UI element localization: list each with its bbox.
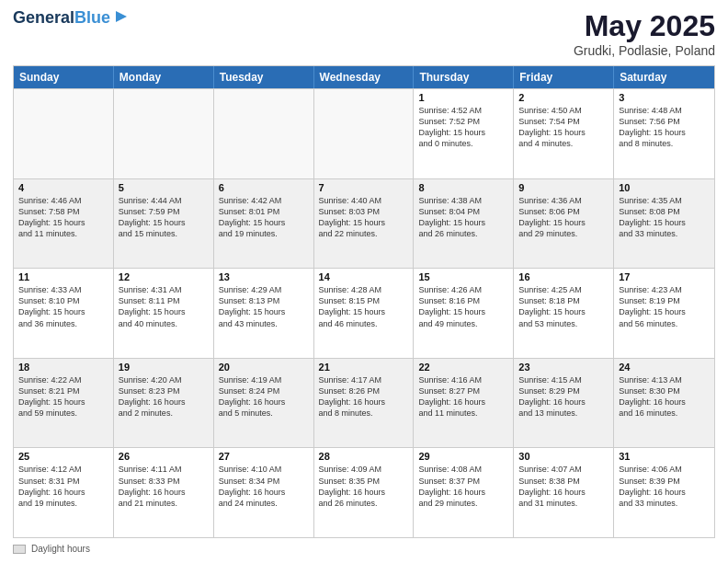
day-number: 19 [119,362,209,373]
calendar-row-4: 18Sunrise: 4:22 AM Sunset: 8:21 PM Dayli… [14,358,714,448]
calendar: SundayMondayTuesdayWednesdayThursdayFrid… [13,65,715,538]
day-number: 21 [319,362,409,373]
cell-content: Sunrise: 4:12 AM Sunset: 8:31 PM Dayligh… [18,464,108,509]
footer: Daylight hours [13,544,715,554]
day-cell-empty [14,89,114,178]
cell-content: Sunrise: 4:50 AM Sunset: 7:54 PM Dayligh… [518,105,609,150]
day-number: 11 [18,271,108,282]
day-number: 31 [619,451,710,462]
cell-content: Sunrise: 4:11 AM Sunset: 8:33 PM Dayligh… [119,464,209,509]
day-number: 20 [219,362,309,373]
day-cell-7: 7Sunrise: 4:40 AM Sunset: 8:03 PM Daylig… [314,179,415,269]
day-header-tuesday: Tuesday [214,66,314,88]
day-number: 13 [219,271,309,282]
day-number: 6 [219,182,309,193]
day-cell-27: 27Sunrise: 4:10 AM Sunset: 8:34 PM Dayli… [214,448,314,537]
day-number: 26 [119,451,209,462]
day-number: 3 [619,92,710,103]
cell-content: Sunrise: 4:36 AM Sunset: 8:06 PM Dayligh… [518,195,609,240]
day-header-thursday: Thursday [414,66,514,88]
day-cell-25: 25Sunrise: 4:12 AM Sunset: 8:31 PM Dayli… [14,448,114,537]
day-cell-2: 2Sunrise: 4:50 AM Sunset: 7:54 PM Daylig… [514,89,614,178]
cell-content: Sunrise: 4:25 AM Sunset: 8:18 PM Dayligh… [518,284,609,329]
day-cell-14: 14Sunrise: 4:28 AM Sunset: 8:15 PM Dayli… [314,269,415,358]
day-cell-19: 19Sunrise: 4:20 AM Sunset: 8:23 PM Dayli… [114,359,214,448]
cell-content: Sunrise: 4:46 AM Sunset: 7:58 PM Dayligh… [18,195,108,240]
day-number: 28 [319,451,409,462]
day-cell-6: 6Sunrise: 4:42 AM Sunset: 8:01 PM Daylig… [214,179,314,269]
cell-content: Sunrise: 4:09 AM Sunset: 8:35 PM Dayligh… [319,464,409,509]
day-number: 30 [518,451,609,462]
logo-text: GeneralBlue [13,9,110,28]
day-cell-8: 8Sunrise: 4:38 AM Sunset: 8:04 PM Daylig… [414,179,514,269]
day-cell-15: 15Sunrise: 4:26 AM Sunset: 8:16 PM Dayli… [414,269,514,358]
day-cell-31: 31Sunrise: 4:06 AM Sunset: 8:39 PM Dayli… [614,448,714,537]
logo-arrow-icon [112,7,131,26]
day-cell-3: 3Sunrise: 4:48 AM Sunset: 7:56 PM Daylig… [614,89,714,178]
day-cell-24: 24Sunrise: 4:13 AM Sunset: 8:30 PM Dayli… [614,359,714,448]
cell-content: Sunrise: 4:31 AM Sunset: 8:11 PM Dayligh… [119,284,209,329]
day-number: 1 [418,92,508,103]
day-number: 27 [219,451,309,462]
day-number: 17 [619,271,710,282]
cell-content: Sunrise: 4:07 AM Sunset: 8:38 PM Dayligh… [518,464,609,509]
cell-content: Sunrise: 4:15 AM Sunset: 8:29 PM Dayligh… [518,374,609,419]
cell-content: Sunrise: 4:29 AM Sunset: 8:13 PM Dayligh… [219,284,309,329]
day-cell-12: 12Sunrise: 4:31 AM Sunset: 8:11 PM Dayli… [114,269,214,358]
cell-content: Sunrise: 4:17 AM Sunset: 8:26 PM Dayligh… [319,374,409,419]
day-number: 22 [418,362,508,373]
day-number: 15 [418,271,508,282]
calendar-row-3: 11Sunrise: 4:33 AM Sunset: 8:10 PM Dayli… [14,268,714,358]
day-header-saturday: Saturday [614,66,714,88]
calendar-row-5: 25Sunrise: 4:12 AM Sunset: 8:31 PM Dayli… [14,447,714,537]
day-cell-13: 13Sunrise: 4:29 AM Sunset: 8:13 PM Dayli… [214,269,314,358]
cell-content: Sunrise: 4:33 AM Sunset: 8:10 PM Dayligh… [18,284,108,329]
day-cell-29: 29Sunrise: 4:08 AM Sunset: 8:37 PM Dayli… [414,448,514,537]
main-title: May 2025 [574,9,715,43]
calendar-row-1: 1Sunrise: 4:52 AM Sunset: 7:52 PM Daylig… [14,88,714,178]
day-cell-21: 21Sunrise: 4:17 AM Sunset: 8:26 PM Dayli… [314,359,415,448]
day-number: 12 [119,271,209,282]
calendar-header: SundayMondayTuesdayWednesdayThursdayFrid… [14,66,714,88]
svg-marker-0 [116,11,127,22]
day-number: 2 [518,92,609,103]
footer-label: Daylight hours [31,544,90,554]
day-cell-23: 23Sunrise: 4:15 AM Sunset: 8:29 PM Dayli… [514,359,614,448]
cell-content: Sunrise: 4:13 AM Sunset: 8:30 PM Dayligh… [619,374,710,419]
header: GeneralBlue May 2025 Grudki, Podlasie, P… [13,9,715,58]
calendar-row-2: 4Sunrise: 4:46 AM Sunset: 7:58 PM Daylig… [14,178,714,269]
subtitle: Grudki, Podlasie, Poland [574,43,715,58]
day-number: 4 [18,182,108,193]
cell-content: Sunrise: 4:06 AM Sunset: 8:39 PM Dayligh… [619,464,710,509]
day-cell-5: 5Sunrise: 4:44 AM Sunset: 7:59 PM Daylig… [114,179,214,269]
cell-content: Sunrise: 4:35 AM Sunset: 8:08 PM Dayligh… [619,195,710,240]
day-cell-26: 26Sunrise: 4:11 AM Sunset: 8:33 PM Dayli… [114,448,214,537]
cell-content: Sunrise: 4:48 AM Sunset: 7:56 PM Dayligh… [619,105,710,150]
day-number: 10 [619,182,710,193]
day-cell-16: 16Sunrise: 4:25 AM Sunset: 8:18 PM Dayli… [514,269,614,358]
day-cell-20: 20Sunrise: 4:19 AM Sunset: 8:24 PM Dayli… [214,359,314,448]
logo: GeneralBlue [13,9,131,28]
cell-content: Sunrise: 4:38 AM Sunset: 8:04 PM Dayligh… [418,195,508,240]
day-header-friday: Friday [514,66,614,88]
day-cell-4: 4Sunrise: 4:46 AM Sunset: 7:58 PM Daylig… [14,179,114,269]
cell-content: Sunrise: 4:23 AM Sunset: 8:19 PM Dayligh… [619,284,710,329]
page: GeneralBlue May 2025 Grudki, Podlasie, P… [0,0,728,563]
day-cell-10: 10Sunrise: 4:35 AM Sunset: 8:08 PM Dayli… [614,179,714,269]
cell-content: Sunrise: 4:40 AM Sunset: 8:03 PM Dayligh… [319,195,409,240]
day-number: 8 [418,182,508,193]
day-cell-11: 11Sunrise: 4:33 AM Sunset: 8:10 PM Dayli… [14,269,114,358]
day-header-wednesday: Wednesday [314,66,415,88]
day-number: 29 [418,451,508,462]
day-cell-9: 9Sunrise: 4:36 AM Sunset: 8:06 PM Daylig… [514,179,614,269]
day-number: 25 [18,451,108,462]
day-number: 23 [518,362,609,373]
cell-content: Sunrise: 4:16 AM Sunset: 8:27 PM Dayligh… [418,374,508,419]
day-cell-empty [214,89,314,178]
title-area: May 2025 Grudki, Podlasie, Poland [574,9,715,58]
day-cell-17: 17Sunrise: 4:23 AM Sunset: 8:19 PM Dayli… [614,269,714,358]
calendar-body: 1Sunrise: 4:52 AM Sunset: 7:52 PM Daylig… [14,88,714,537]
day-number: 5 [119,182,209,193]
cell-content: Sunrise: 4:08 AM Sunset: 8:37 PM Dayligh… [418,464,508,509]
cell-content: Sunrise: 4:42 AM Sunset: 8:01 PM Dayligh… [219,195,309,240]
